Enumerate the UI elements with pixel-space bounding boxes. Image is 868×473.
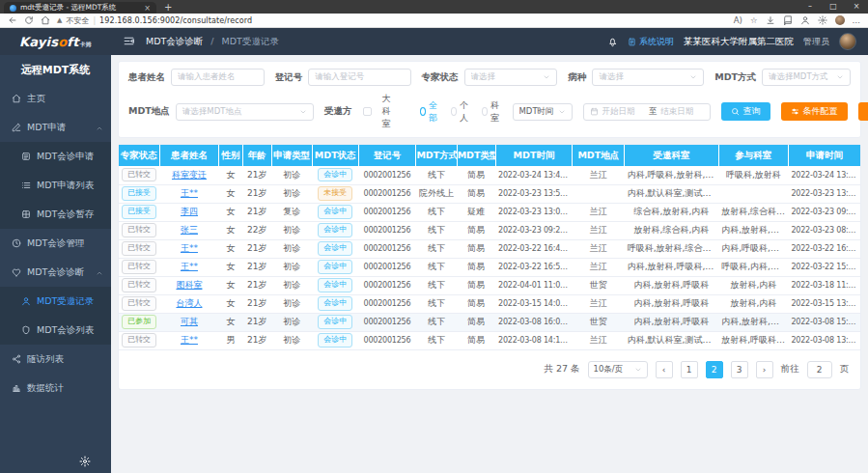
page-button-1[interactable]: 1 (681, 361, 698, 378)
table-header-row: 专家状态患者姓名性别年龄申请类型MDT状态登记号MDT方式MDT类型MDT时间M… (119, 145, 860, 166)
table-row: 已转交张三女22岁初诊会诊中0002001256线下简易2022-03-23 0… (119, 221, 860, 239)
read-aloud-icon[interactable]: A) (734, 15, 742, 25)
browser-avatar[interactable] (835, 15, 845, 25)
apply-time-cell: 2022-03-15 13:16:26 (788, 294, 860, 313)
window-maximize-button[interactable]: □ (822, 0, 845, 14)
patient-name-link[interactable]: 图科室 (176, 280, 202, 290)
tab-close-icon[interactable]: × (144, 4, 151, 13)
collections-icon[interactable] (783, 15, 793, 25)
invited-depts-cell: 内科,呼吸科,放射科,综合科 (625, 166, 719, 184)
radio-personal[interactable]: 个人 (451, 99, 471, 125)
patient-name-link[interactable]: 张三 (181, 225, 198, 235)
patient-name-link: 科室变迁 (159, 166, 218, 184)
sidebar-item-mdt-invited-records[interactable]: MDT受邀记录 (0, 287, 111, 316)
expert-status-tag: 已参加 (119, 313, 159, 331)
page-size-select[interactable]: 10条/页 (588, 361, 648, 378)
patient-name-link[interactable]: 王** (181, 335, 198, 345)
favorite-star-icon[interactable]: ☆ (750, 15, 758, 25)
mdt-status-tag: 会诊中 (318, 315, 352, 328)
window-minimize-button[interactable]: – (798, 0, 822, 14)
sidebar-collapse-icon[interactable] (123, 35, 136, 48)
joined-depts-cell: 放射科,内科 (718, 294, 788, 313)
browser-menu-icon[interactable]: … (853, 15, 861, 25)
sidebar-item-follow-up-list[interactable]: 随访列表 (0, 345, 111, 374)
sidebar-item-home[interactable]: 主页 (0, 84, 111, 113)
disease-select[interactable]: 请选择 (592, 69, 704, 86)
mdt-status-tag: 会诊中 (312, 258, 358, 276)
column-header: MDT类型 (457, 145, 495, 166)
patient-name-link[interactable]: 王** (181, 243, 198, 253)
mdt-status-tag: 会诊中 (312, 313, 358, 331)
sidebar-item-mdt-apply-list[interactable]: MDT申请列表 (0, 171, 111, 200)
next-page-button[interactable]: › (756, 361, 773, 378)
list-icon (21, 181, 31, 190)
browser-home-icon[interactable] (41, 15, 50, 25)
radio-department[interactable]: 科室 (482, 99, 502, 125)
sidebar-item-statistics[interactable]: 数据统计 (0, 374, 111, 403)
mdt-location-select[interactable]: 请选择MDT地点 (176, 103, 314, 121)
patient-name-link[interactable]: 王** (181, 188, 198, 198)
apply-type-cell: 复诊 (271, 203, 312, 221)
sidebar-item-mdt-apply[interactable]: MDT申请 (0, 113, 111, 142)
sidebar-item-mdt-consult-diagnose[interactable]: MDT会诊诊断 (0, 258, 111, 287)
mdt-time-select[interactable]: MDT时间 (513, 103, 573, 121)
goto-page-input[interactable]: 2 (807, 361, 832, 378)
sidebar-item-mdt-consult-apply[interactable]: MDT会诊申请 (0, 142, 111, 171)
mdt-mode-select[interactable]: 请选择MDT方式 (762, 69, 851, 86)
search-button[interactable]: 查询 (721, 102, 770, 121)
chevron-down (836, 73, 844, 81)
table-row: 已接受李四女21岁复诊会诊中0002001256线下疑难2022-03-23 1… (119, 203, 860, 221)
apply-time-cell: 2022-03-18 11:28:25 (788, 276, 860, 294)
expert-status-tag: 已转交 (119, 276, 159, 294)
settings-gear-icon[interactable] (79, 456, 91, 467)
patient-name-link[interactable]: 王** (181, 262, 198, 271)
goto-unit: 页 (840, 363, 850, 376)
new-tab-button[interactable]: + (164, 2, 172, 13)
patient-name-link[interactable]: 科室变迁 (172, 170, 207, 180)
system-help-link[interactable]: 系统说明 (628, 36, 674, 48)
patient-name-input[interactable]: 请输入患者姓名 (171, 69, 265, 86)
table-config-button[interactable]: 表格配置 (858, 102, 868, 121)
filter-row-2: MDT地点 请选择MDT地点 受邀方 大科室 全部 个人 科室 MDT时间 (128, 93, 851, 130)
breadcrumb-parent[interactable]: MDT会诊诊断 (146, 36, 203, 46)
goto-label: 前往 (781, 363, 799, 376)
age-cell: 21岁 (242, 239, 271, 258)
sidebar-item-mdt-consult-draft[interactable]: MDT会诊暂存 (0, 200, 111, 229)
register-no-input[interactable]: 请输入登记号 (308, 69, 410, 86)
prev-page-button[interactable]: ‹ (656, 361, 673, 378)
column-header: 性别 (219, 145, 243, 166)
browser-settings-icon[interactable] (818, 15, 827, 25)
user-avatar[interactable] (839, 33, 856, 50)
sidebar-item-label: MDT受邀记录 (37, 295, 94, 308)
major-dept-checkbox[interactable] (363, 107, 372, 116)
tab-title: mdt受邀记录 - 远程MDT系统 (20, 3, 140, 13)
date-range-picker[interactable]: 开始日期 至 结束日期 (583, 103, 711, 121)
radio-all[interactable]: 全部 (420, 99, 440, 125)
back-icon[interactable] (8, 15, 17, 25)
sidebar-item-mdt-consult-manage[interactable]: MDT会诊管理 (0, 229, 111, 258)
apply-type-cell: 初诊 (271, 184, 312, 203)
doc-icon (628, 38, 636, 46)
breadcrumb: MDT会诊诊断 / MDT受邀记录 (146, 36, 279, 48)
window-close-button[interactable]: × (845, 0, 868, 14)
joined-depts-cell: 呼吸科,内科,放射科,影像科 (718, 258, 788, 276)
patient-name-link: 图科室 (159, 276, 218, 294)
download-icon[interactable] (766, 15, 775, 25)
expert-status-select[interactable]: 请选择 (464, 69, 558, 86)
condition-config-button[interactable]: 条件配置 (781, 102, 848, 121)
sidebar-item-mdt-consult-list[interactable]: MDT会诊列表 (0, 316, 111, 345)
gender-cell: 女 (219, 184, 243, 203)
browser-tab[interactable]: mdt受邀记录 - 远程MDT系统 × (4, 2, 156, 14)
page-button-3[interactable]: 3 (731, 361, 748, 378)
refresh-icon[interactable] (24, 15, 34, 25)
patient-name-link[interactable]: 可其 (181, 317, 198, 326)
patient-name-link[interactable]: 李四 (181, 207, 198, 216)
notification-bell-icon[interactable] (607, 37, 618, 47)
page-button-2[interactable]: 2 (706, 361, 723, 378)
mdt-mode-cell: 线下 (416, 313, 457, 331)
profile-icon[interactable] (800, 15, 810, 25)
mdt-time-cell: 2022-03-23 09:20:00 (495, 221, 573, 239)
patient-name-link[interactable]: 台湾人 (176, 298, 202, 308)
mdt-location-label: MDT地点 (128, 105, 170, 118)
address-field[interactable]: ▲ 不安全 | 192.168.0.156:9002/consultate/re… (57, 15, 252, 26)
